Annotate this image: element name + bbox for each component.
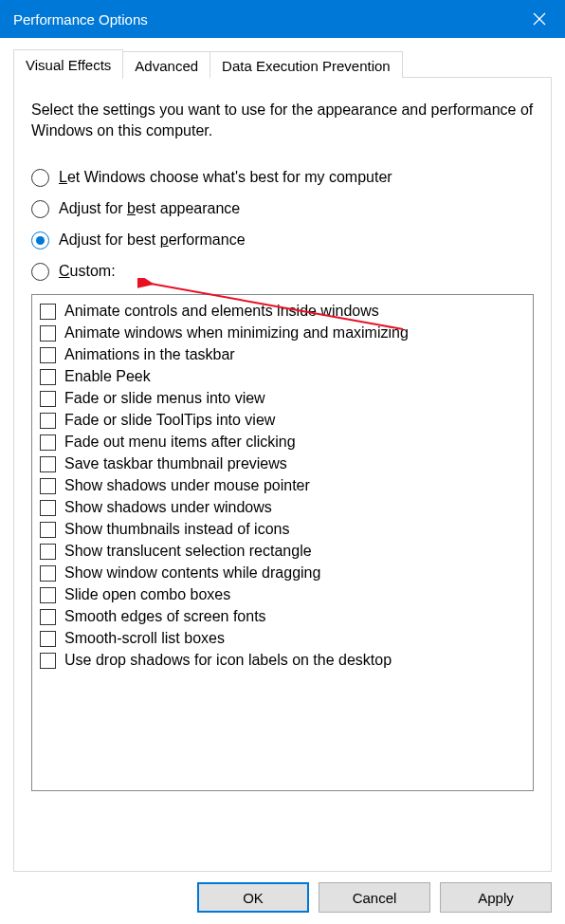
close-icon: [533, 12, 546, 26]
radio-icon: [31, 263, 49, 281]
radio-auto[interactable]: Let Windows choose what's best for my co…: [31, 169, 534, 187]
check-item[interactable]: Smooth edges of screen fonts: [40, 606, 525, 628]
radio-label: Custom:: [59, 263, 116, 280]
close-button[interactable]: [514, 0, 565, 38]
check-item[interactable]: Show translucent selection rectangle: [40, 541, 525, 563]
radio-group: Let Windows choose what's best for my co…: [31, 169, 534, 281]
checkbox-icon: [40, 565, 56, 582]
checkbox-icon: [40, 325, 56, 342]
tab-data-execution-prevention[interactable]: Data Execution Prevention: [210, 51, 403, 78]
radio-icon: [31, 169, 49, 187]
checkbox-icon: [40, 391, 56, 407]
checkbox-icon: [40, 456, 56, 472]
check-item[interactable]: Animate windows when minimizing and maxi…: [40, 323, 525, 344]
checkbox-icon: [40, 413, 56, 429]
intro-text: Select the settings you want to use for …: [31, 100, 534, 142]
check-item[interactable]: Animate controls and elements inside win…: [40, 301, 525, 323]
check-label: Show window contents while dragging: [64, 564, 320, 582]
radio-label: Let Windows choose what's best for my co…: [59, 169, 392, 186]
check-item[interactable]: Fade or slide ToolTips into view: [40, 410, 525, 432]
check-label: Show shadows under mouse pointer: [64, 477, 310, 494]
check-item[interactable]: Show shadows under mouse pointer: [40, 475, 525, 497]
checkbox-icon: [40, 631, 56, 647]
checkbox-icon: [40, 653, 56, 669]
tab-advanced[interactable]: Advanced: [122, 51, 210, 78]
check-label: Enable Peek: [64, 368, 151, 385]
check-item[interactable]: Save taskbar thumbnail previews: [40, 453, 525, 475]
checkbox-icon: [40, 500, 56, 516]
dialog-buttons: OK Cancel Apply: [197, 882, 552, 913]
check-label: Fade or slide ToolTips into view: [64, 412, 275, 429]
check-label: Show translucent selection rectangle: [64, 543, 312, 560]
checkbox-icon: [40, 478, 56, 494]
check-label: Fade or slide menus into view: [64, 390, 265, 407]
check-item[interactable]: Show window contents while dragging: [40, 563, 525, 584]
checkbox-icon: [40, 587, 56, 603]
check-label: Animations in the taskbar: [64, 346, 235, 363]
radio-icon: [31, 200, 49, 218]
tab-strip: Visual EffectsAdvancedData Execution Pre…: [13, 49, 552, 78]
titlebar: Performance Options: [0, 0, 565, 38]
check-label: Animate controls and elements inside win…: [64, 303, 379, 320]
checkbox-icon: [40, 609, 56, 625]
check-item[interactable]: Smooth-scroll list boxes: [40, 628, 525, 650]
check-label: Use drop shadows for icon labels on the …: [64, 652, 392, 669]
apply-button[interactable]: Apply: [440, 882, 552, 913]
check-label: Show thumbnails instead of icons: [64, 521, 289, 538]
ok-button[interactable]: OK: [197, 882, 309, 913]
check-label: Slide open combo boxes: [64, 586, 230, 603]
check-item[interactable]: Slide open combo boxes: [40, 584, 525, 606]
check-item[interactable]: Show shadows under windows: [40, 497, 525, 519]
radio-icon: [31, 231, 49, 249]
check-label: Fade out menu items after clicking: [64, 434, 296, 451]
radio-best-appearance[interactable]: Adjust for best appearance: [31, 200, 534, 218]
check-item[interactable]: Fade out menu items after clicking: [40, 432, 525, 453]
radio-custom[interactable]: Custom:: [31, 263, 534, 281]
effects-checklist[interactable]: Animate controls and elements inside win…: [31, 294, 534, 791]
window-title: Performance Options: [13, 11, 514, 28]
check-label: Smooth-scroll list boxes: [64, 630, 225, 647]
radio-label: Adjust for best performance: [59, 231, 246, 249]
check-label: Animate windows when minimizing and maxi…: [64, 324, 409, 342]
check-label: Save taskbar thumbnail previews: [64, 455, 287, 472]
check-item[interactable]: Fade or slide menus into view: [40, 388, 525, 410]
check-label: Smooth edges of screen fonts: [64, 608, 266, 625]
tab-panel-visual-effects: Select the settings you want to use for …: [13, 77, 552, 872]
checkbox-icon: [40, 369, 56, 385]
checkbox-icon: [40, 544, 56, 560]
check-item[interactable]: Show thumbnails instead of icons: [40, 519, 525, 541]
checkbox-icon: [40, 304, 56, 320]
check-label: Show shadows under windows: [64, 499, 272, 516]
checkbox-icon: [40, 522, 56, 538]
tab-visual-effects[interactable]: Visual Effects: [13, 49, 123, 79]
radio-label: Adjust for best appearance: [59, 200, 240, 217]
cancel-button[interactable]: Cancel: [319, 882, 430, 913]
checkbox-icon: [40, 347, 56, 363]
check-item[interactable]: Use drop shadows for icon labels on the …: [40, 650, 525, 672]
check-item[interactable]: Animations in the taskbar: [40, 344, 525, 366]
check-item[interactable]: Enable Peek: [40, 366, 525, 388]
radio-best-performance[interactable]: Adjust for best performance: [31, 231, 534, 249]
checkbox-icon: [40, 434, 56, 451]
